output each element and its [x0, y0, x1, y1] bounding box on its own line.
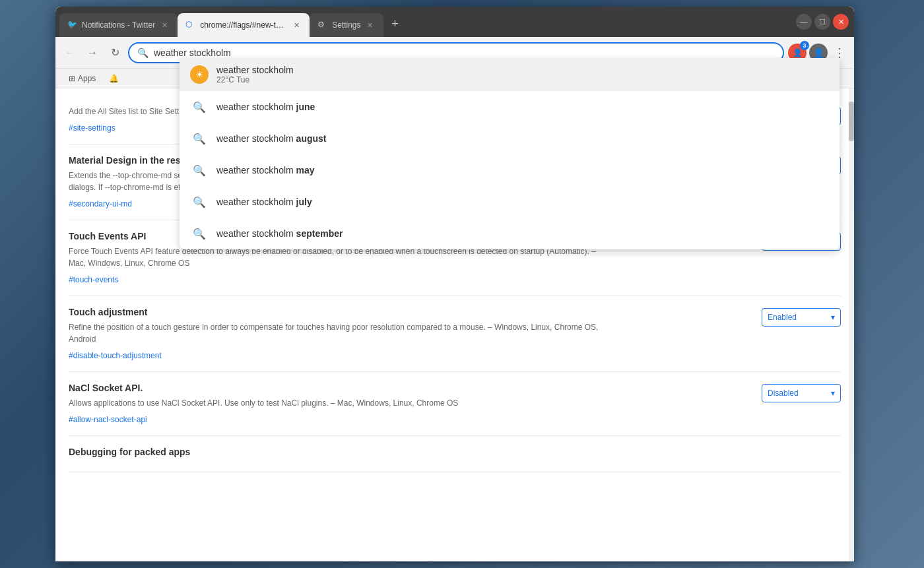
flag-item-nacl-socket: NaCl Socket API. Allows applications to … — [69, 372, 841, 436]
flag-nacl-socket-value: Disabled — [768, 389, 799, 398]
close-button[interactable]: ✕ — [833, 14, 849, 30]
autocomplete-text-may: weather stockholm may — [216, 165, 829, 175]
flag-packed-apps-row: Debugging for packed apps — [69, 447, 841, 461]
flag-nacl-socket-row: NaCl Socket API. Allows applications to … — [69, 383, 841, 425]
autocomplete-item-september[interactable]: 🔍 weather stockholm september — [180, 218, 840, 249]
settings-favicon: ⚙ — [317, 20, 328, 30]
flag-nacl-socket-select[interactable]: Disabled ▾ — [762, 384, 841, 402]
tab-twitter-label: Notifications - Twitter — [82, 20, 155, 30]
tab-settings-close[interactable]: ✕ — [365, 20, 376, 30]
weather-sun-icon: ☀ — [190, 65, 209, 84]
weather-info: weather stockholm 22°C Tue — [216, 65, 294, 84]
weather-temp: 22°C Tue — [216, 75, 294, 84]
search-input[interactable] — [154, 47, 775, 58]
flag-nacl-socket-desc: Allows applications to use NaCl Socket A… — [69, 397, 610, 409]
apps-grid-icon: ⊞ — [69, 74, 75, 83]
autocomplete-item-july[interactable]: 🔍 weather stockholm july — [180, 186, 840, 218]
flag-packed-apps-title: Debugging for packed apps — [69, 447, 841, 457]
new-tab-button[interactable]: + — [386, 15, 405, 33]
search-icon-june: 🔍 — [190, 98, 209, 116]
autocomplete-item-august[interactable]: 🔍 weather stockholm august — [180, 123, 840, 154]
reload-button[interactable]: ↻ — [106, 44, 124, 62]
flag-touch-adjustment-link[interactable]: #disable-touch-adjustment — [69, 351, 162, 360]
search-icon-july: 🔍 — [190, 193, 209, 211]
forward-button[interactable]: → — [83, 44, 102, 62]
search-icon-may: 🔍 — [190, 161, 209, 179]
search-icon-august: 🔍 — [190, 129, 209, 148]
flag-touch-events-link[interactable]: #touch-events — [69, 275, 118, 284]
apps-bookmark[interactable]: ⊞ Apps — [63, 73, 101, 84]
flag-item-packed-apps: Debugging for packed apps — [69, 436, 841, 472]
autocomplete-item-june[interactable]: 🔍 weather stockholm june — [180, 91, 840, 123]
title-bar: 🐦 Notifications - Twitter ✕ ⬡ chrome://f… — [55, 7, 854, 37]
autocomplete-item-may[interactable]: 🔍 weather stockholm may — [180, 154, 840, 186]
minimize-button[interactable]: — — [796, 14, 812, 30]
flag-nacl-socket-info: NaCl Socket API. Allows applications to … — [69, 383, 748, 425]
weather-query-text: weather stockholm — [216, 65, 294, 75]
autocomplete-text-september: weather stockholm september — [216, 228, 829, 239]
flag-secondary-ui-link[interactable]: #secondary-ui-md — [69, 199, 132, 208]
flag-touch-adjustment-value: Enabled — [768, 313, 797, 322]
flag-touch-adjustment-select[interactable]: Enabled ▾ — [762, 308, 841, 327]
flag-nacl-socket-link[interactable]: #allow-nacl-socket-api — [69, 415, 147, 424]
tab-settings[interactable]: ⚙ Settings ✕ — [310, 13, 383, 37]
autocomplete-text-june: weather stockholm june — [216, 102, 829, 112]
flag-nacl-socket-title: NaCl Socket API. — [69, 383, 748, 393]
scrollbar-thumb[interactable] — [849, 102, 854, 141]
flags-favicon: ⬡ — [185, 20, 196, 30]
maximize-button[interactable]: ☐ — [814, 14, 830, 30]
tabs-area: 🐦 Notifications - Twitter ✕ ⬡ chrome://f… — [55, 7, 791, 37]
autocomplete-item-weather[interactable]: ☀ weather stockholm 22°C Tue — [180, 58, 840, 91]
bell-icon: 🔔 — [109, 74, 119, 83]
back-button[interactable]: ← — [61, 44, 79, 62]
flag-nacl-socket-arrow: ▾ — [831, 389, 835, 398]
tab-twitter-close[interactable]: ✕ — [159, 20, 170, 30]
address-search-icon: 🔍 — [137, 47, 148, 58]
apps-label: Apps — [78, 74, 96, 83]
tab-twitter[interactable]: 🐦 Notifications - Twitter ✕ — [59, 13, 178, 37]
browser-window: 🐦 Notifications - Twitter ✕ ⬡ chrome://f… — [55, 7, 854, 561]
search-icon-september: 🔍 — [190, 224, 209, 243]
twitter-favicon: 🐦 — [67, 20, 78, 30]
tab-flags-label: chrome://flags/#new-tab-butt... — [200, 20, 287, 30]
autocomplete-text-august: weather stockholm august — [216, 133, 829, 144]
tab-flags-close[interactable]: ✕ — [291, 20, 302, 30]
flag-touch-adjustment-title: Touch adjustment — [69, 307, 748, 317]
notification-badge: 3 — [800, 41, 809, 50]
flag-packed-apps-info: Debugging for packed apps — [69, 447, 841, 461]
tab-settings-label: Settings — [332, 20, 360, 30]
notification-bookmark[interactable]: 🔔 — [104, 73, 124, 84]
flag-touch-adjustment-row: Touch adjustment Refine the position of … — [69, 307, 841, 361]
flag-item-touch-adjustment: Touch adjustment Refine the position of … — [69, 296, 841, 372]
tab-flags[interactable]: ⬡ chrome://flags/#new-tab-butt... ✕ — [178, 13, 310, 37]
autocomplete-dropdown: ☀ weather stockholm 22°C Tue 🔍 weather s… — [180, 58, 840, 249]
window-controls: — ☐ ✕ — [791, 7, 854, 37]
flag-touch-adjustment-arrow: ▾ — [831, 313, 835, 322]
autocomplete-text-july: weather stockholm july — [216, 197, 829, 207]
flag-touch-adjustment-desc: Refine the position of a touch gesture i… — [69, 321, 610, 345]
flag-touch-adjustment-info: Touch adjustment Refine the position of … — [69, 307, 748, 361]
flag-site-settings-link[interactable]: #site-settings — [69, 123, 116, 133]
scrollbar-track[interactable] — [849, 88, 854, 561]
